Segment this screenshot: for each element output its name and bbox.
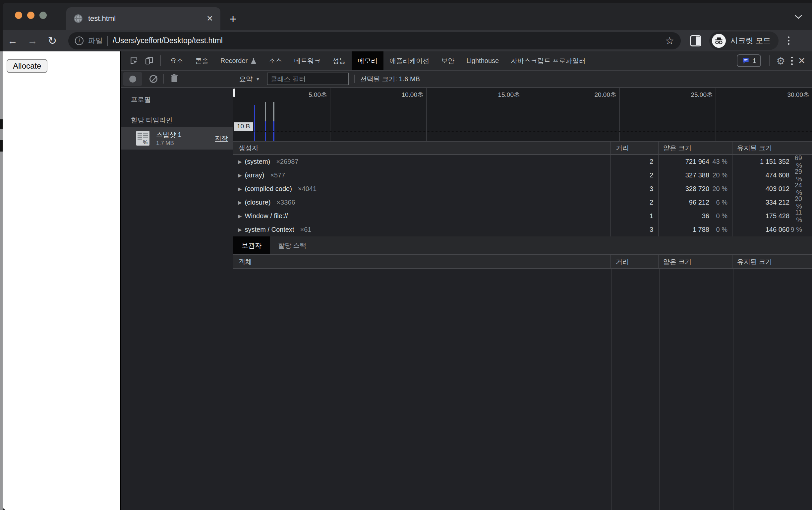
delete-profile-icon[interactable]: [170, 74, 179, 84]
tab-lighthouse[interactable]: Lighthouse: [460, 51, 505, 70]
expand-triangle-icon[interactable]: ▶: [238, 159, 242, 165]
allocation-bar-freed: [265, 102, 266, 121]
perspective-select[interactable]: 요약 ▼: [239, 75, 260, 84]
constructor-row[interactable]: ▶(array)×577 2 327 38820 % 474 60829 %: [233, 168, 812, 182]
timeline-threshold-line: [252, 131, 812, 132]
new-tab-button[interactable]: +: [229, 12, 237, 25]
url-scheme-label: 파일: [88, 36, 103, 46]
timeline-gridline: [716, 88, 716, 141]
timeline-tick: 30.00초: [763, 90, 809, 99]
reload-button[interactable]: ↻: [42, 34, 62, 47]
timeline-size-badge: 10 B: [234, 122, 253, 131]
toolbar-separator: [160, 55, 161, 66]
desktop-edge-mark: [0, 140, 3, 151]
tab-application[interactable]: 애플리케이션: [384, 51, 435, 70]
snapshot-list-item[interactable]: % 스냅샷 1 1.7 MB 저장: [121, 127, 233, 149]
retainers-table-body: [233, 269, 812, 510]
tab-console[interactable]: 콘솔: [189, 51, 214, 70]
issues-icon: [742, 56, 750, 65]
site-info-icon[interactable]: i: [75, 36, 84, 45]
inspect-element-icon[interactable]: [129, 56, 139, 66]
column-distance[interactable]: 거리: [610, 142, 658, 154]
constructor-row[interactable]: ▶system / Context×61 3 1 7880 % 146 0609…: [233, 223, 812, 236]
record-heap-button[interactable]: [123, 72, 142, 86]
allocation-timeline-chart[interactable]: 5.00초 10.00초 15.00초 20.00초 25.00초 30.00초…: [233, 88, 812, 142]
devtools-tabbar: 요소 콘솔 Recorder 소스 네트워크 성능 메모리 애플리케이션 보안 …: [121, 51, 812, 70]
allocation-timeline-section-label: 할당 타임라인: [131, 116, 173, 125]
devtools-menu-icon[interactable]: [791, 57, 793, 65]
close-window-button[interactable]: [15, 11, 22, 19]
devtools-close-icon[interactable]: ✕: [798, 56, 805, 66]
bookmark-star-icon[interactable]: ☆: [665, 35, 674, 47]
column-retained-size[interactable]: 유지된 크기: [732, 255, 812, 268]
tab-close-icon[interactable]: ✕: [207, 14, 213, 23]
settings-gear-icon[interactable]: ⚙: [776, 55, 785, 67]
allocation-bar-freed: [273, 102, 274, 121]
tab-title: test.html: [88, 14, 201, 23]
timeline-tick: 25.00초: [666, 90, 713, 99]
address-bar[interactable]: i 파일 /Users/yceffort/Desktop/test.html ☆: [68, 32, 681, 49]
expand-triangle-icon[interactable]: ▶: [238, 186, 242, 192]
tab-security[interactable]: 보안: [435, 51, 460, 70]
maximize-window-button[interactable]: [39, 11, 47, 19]
timeline-range-handle[interactable]: [233, 88, 235, 97]
record-icon: [129, 76, 136, 83]
column-object[interactable]: 객체: [233, 257, 610, 266]
retainers-header-row: 객체 거리 얕은 크기 유지된 크기: [233, 255, 812, 269]
desktop-edge-mark: [0, 119, 3, 129]
browser-menu-icon[interactable]: [788, 36, 789, 45]
side-panel-icon[interactable]: [690, 35, 701, 47]
constructor-row[interactable]: ▶(compiled code)×4041 3 328 72020 % 403 …: [233, 182, 812, 196]
tab-network[interactable]: 네트워크: [288, 51, 327, 70]
constructor-row[interactable]: ▶(closure)×3366 2 96 2126 % 334 21220 %: [233, 196, 812, 209]
incognito-icon: [712, 34, 726, 48]
minimize-window-button[interactable]: [27, 11, 34, 19]
tab-performance[interactable]: 성능: [327, 51, 352, 70]
tab-memory[interactable]: 메모리: [352, 51, 384, 70]
allocate-button[interactable]: Allocate: [7, 59, 48, 73]
svg-text:%: %: [143, 140, 148, 145]
forward-button[interactable]: →: [23, 35, 42, 47]
browser-window: test.html ✕ + ← → ↻ i 파일 /Users/yceffort…: [3, 3, 812, 510]
clear-profiles-icon[interactable]: [149, 75, 157, 83]
tab-search-chevron-icon[interactable]: [794, 14, 803, 21]
back-button[interactable]: ←: [3, 35, 23, 47]
column-shallow-size[interactable]: 얕은 크기: [658, 255, 732, 268]
toolbar-separator: [163, 74, 164, 84]
globe-icon: [73, 14, 83, 23]
timeline-gridline: [523, 88, 523, 141]
browser-titlebar: test.html ✕ +: [3, 3, 812, 30]
tab-retainers[interactable]: 보관자: [233, 236, 270, 254]
browser-tab[interactable]: test.html ✕: [66, 7, 220, 30]
column-separator: [733, 269, 733, 510]
expand-triangle-icon[interactable]: ▶: [238, 227, 242, 233]
column-retained-size[interactable]: 유지된 크기: [732, 142, 812, 154]
device-toolbar-icon[interactable]: [144, 56, 154, 66]
expand-triangle-icon[interactable]: ▶: [238, 172, 242, 178]
expand-triangle-icon[interactable]: ▶: [238, 213, 242, 219]
chevron-down-icon: ▼: [255, 76, 260, 82]
tab-sources[interactable]: 소스: [263, 51, 288, 70]
constructor-row[interactable]: ▶(system)×26987 2 721 96443 % 1 151 3526…: [233, 155, 812, 168]
timeline-tick: 10.00초: [377, 90, 424, 99]
tab-recorder[interactable]: Recorder: [214, 51, 263, 70]
timeline-gridline: [619, 88, 620, 141]
expand-triangle-icon[interactable]: ▶: [238, 200, 242, 206]
devtools-panel: 요소 콘솔 Recorder 소스 네트워크 성능 메모리 애플리케이션 보안 …: [120, 51, 812, 510]
tab-elements[interactable]: 요소: [164, 51, 189, 70]
timeline-tick: 15.00초: [474, 90, 520, 99]
incognito-label: 시크릿 모드: [730, 35, 771, 46]
column-shallow-size[interactable]: 얕은 크기: [658, 142, 732, 154]
issues-counter[interactable]: 1: [737, 54, 761, 67]
timeline-tick: 5.00초: [281, 90, 327, 99]
tab-js-profiler[interactable]: 자바스크립트 프로파일러: [505, 51, 592, 70]
snapshot-save-link[interactable]: 저장: [215, 134, 228, 143]
url-text[interactable]: /Users/yceffort/Desktop/test.html: [113, 36, 661, 45]
constructor-row[interactable]: ▶Window / file:// 1 360 % 175 42811 %: [233, 209, 812, 223]
column-distance[interactable]: 거리: [610, 255, 658, 268]
experiment-flask-icon: [250, 57, 257, 64]
desktop-edge: [0, 51, 3, 510]
tab-allocation-stack[interactable]: 할당 스택: [270, 236, 315, 254]
class-filter-input[interactable]: [267, 73, 349, 85]
column-constructor[interactable]: 생성자: [233, 144, 610, 152]
